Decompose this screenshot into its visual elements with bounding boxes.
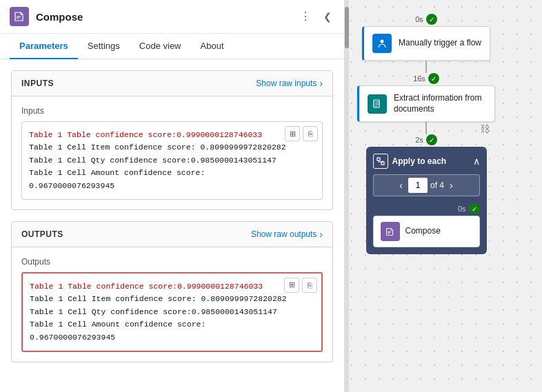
inputs-code-icons: ⊞ ⎘ bbox=[285, 126, 318, 141]
compose-time-label: 0s bbox=[458, 205, 466, 213]
inputs-copy-icon[interactable]: ⎘ bbox=[303, 126, 318, 141]
tab-about[interactable]: About bbox=[191, 34, 234, 59]
document-icon bbox=[372, 99, 382, 109]
flow-container: 0s ✓ Manually trigger a flow 16s ✓ bbox=[357, 14, 495, 254]
inputs-code: Table 1 Table confidence score:0.9990000… bbox=[29, 129, 315, 192]
apply-each-icon bbox=[377, 157, 385, 165]
extract-timing: 16s ✓ bbox=[413, 73, 439, 84]
extract-time-label: 16s bbox=[413, 74, 425, 83]
outputs-grid-icon[interactable]: ⊞ bbox=[284, 278, 299, 293]
tab-parameters[interactable]: Parameters bbox=[10, 34, 78, 59]
compose-svg bbox=[14, 11, 25, 22]
connector-2 bbox=[425, 122, 427, 134]
svg-point-0 bbox=[380, 40, 383, 43]
apply-to-each-container: Apply to each ∧ ‹ of 4 › 0s ✓ bbox=[366, 147, 487, 254]
outputs-code-box: Table 1 Table confidence score:0.9990000… bbox=[21, 272, 323, 352]
apply-icon bbox=[373, 154, 388, 169]
inputs-line3: Table 1 Cell Qty confidence score:0.9850… bbox=[29, 156, 277, 165]
compose-flow-icon bbox=[385, 227, 394, 236]
apply-collapse-button[interactable]: ∧ bbox=[473, 156, 480, 167]
inputs-code-box: Table 1 Table confidence score:0.9990000… bbox=[21, 121, 323, 200]
person-icon bbox=[377, 39, 387, 48]
outputs-copy-icon[interactable]: ⎘ bbox=[302, 278, 317, 293]
extract-node-card[interactable]: Extract information from documents bbox=[357, 85, 495, 122]
panel-title: Compose bbox=[36, 11, 290, 23]
extract-node-wrapper: Extract information from documents ⛓ bbox=[357, 85, 495, 122]
panel-collapse-button[interactable]: ❮ bbox=[321, 8, 334, 25]
trigger-time-label: 0s bbox=[415, 15, 423, 23]
show-raw-inputs-arrow: › bbox=[319, 78, 323, 89]
compose-node-icon bbox=[381, 222, 400, 241]
inputs-line5: 0.9670000076293945 bbox=[29, 181, 114, 190]
trigger-node-label: Manually trigger a flow bbox=[399, 38, 481, 49]
compose-timing: 0s ✓ bbox=[373, 203, 480, 214]
trigger-timing: 0s ✓ bbox=[415, 14, 437, 25]
apply-header: Apply to each ∧ bbox=[373, 154, 480, 169]
right-panel: 0s ✓ Manually trigger a flow 16s ✓ bbox=[345, 0, 542, 392]
outputs-section-body: Outputs Table 1 Table confidence score:0… bbox=[12, 247, 332, 362]
trigger-status-icon: ✓ bbox=[426, 14, 437, 25]
show-raw-outputs-button[interactable]: Show raw outputs › bbox=[251, 229, 323, 240]
panel-header: Compose ⋮ ❮ bbox=[0, 0, 344, 34]
tab-settings[interactable]: Settings bbox=[78, 34, 130, 59]
svg-rect-2 bbox=[377, 158, 380, 161]
inputs-section-header: INPUTS Show raw inputs › bbox=[12, 71, 332, 96]
inputs-section-body: Inputs Table 1 Table confidence score:0.… bbox=[12, 96, 332, 209]
outputs-line1: Table 1 Table confidence score:0.9990000… bbox=[30, 282, 263, 291]
inputs-section: INPUTS Show raw inputs › Inputs Table 1 … bbox=[11, 70, 333, 210]
left-panel: Compose ⋮ ❮ Parameters Settings Code vie… bbox=[0, 0, 345, 392]
connector-1 bbox=[425, 61, 427, 73]
trigger-node-card[interactable]: Manually trigger a flow bbox=[362, 26, 490, 61]
scrollbar-thumb[interactable] bbox=[345, 7, 349, 48]
inputs-line4: Table 1 Cell Amount confidence score: bbox=[29, 168, 205, 177]
show-raw-outputs-arrow: › bbox=[319, 229, 323, 240]
show-raw-inputs-label: Show raw inputs bbox=[256, 79, 317, 88]
panel-content: INPUTS Show raw inputs › Inputs Table 1 … bbox=[0, 59, 344, 392]
compose-node-label: Compose bbox=[405, 226, 441, 237]
show-raw-outputs-label: Show raw outputs bbox=[251, 229, 317, 239]
apply-status-icon: ✓ bbox=[426, 134, 437, 145]
apply-title-row: Apply to each bbox=[373, 154, 447, 169]
show-raw-inputs-button[interactable]: Show raw inputs › bbox=[256, 78, 323, 89]
inputs-line1: Table 1 Table confidence score:0.9990000… bbox=[29, 130, 262, 139]
page-of-label: of 4 bbox=[430, 180, 444, 190]
outputs-line3: Table 1 Cell Qty confidence score:0.9850… bbox=[30, 307, 277, 316]
compose-icon bbox=[10, 7, 29, 26]
pagination-row: ‹ of 4 › bbox=[373, 174, 480, 196]
page-next-button[interactable]: › bbox=[447, 180, 456, 191]
outputs-section: OUTPUTS Show raw outputs › Outputs Table… bbox=[11, 221, 333, 362]
extract-node-label: Extract information from documents bbox=[394, 93, 486, 114]
trigger-node-icon bbox=[372, 34, 392, 53]
compose-node-card[interactable]: Compose bbox=[373, 216, 480, 247]
outputs-line5: 0.9670000076293945 bbox=[30, 333, 115, 342]
outputs-code: Table 1 Table confidence score:0.9990000… bbox=[30, 280, 314, 344]
tabs-bar: Parameters Settings Code view About bbox=[0, 34, 344, 59]
compose-status-icon: ✓ bbox=[469, 203, 480, 214]
tab-codeview[interactable]: Code view bbox=[130, 34, 191, 59]
outputs-section-header: OUTPUTS Show raw outputs › bbox=[12, 222, 332, 247]
extract-node-icon bbox=[368, 94, 387, 114]
apply-timing: 2s ✓ bbox=[415, 134, 437, 145]
page-prev-button[interactable]: ‹ bbox=[397, 180, 405, 191]
inputs-grid-icon[interactable]: ⊞ bbox=[285, 126, 300, 141]
page-input[interactable] bbox=[408, 178, 428, 193]
outputs-label: Outputs bbox=[21, 257, 323, 267]
svg-rect-3 bbox=[381, 162, 384, 165]
outputs-code-icons: ⊞ ⎘ bbox=[284, 278, 317, 293]
outputs-title: OUTPUTS bbox=[21, 229, 63, 239]
apply-time-label: 2s bbox=[415, 136, 423, 144]
inputs-title: INPUTS bbox=[21, 79, 54, 88]
extract-status-icon: ✓ bbox=[428, 73, 439, 84]
link-icon: ⛓ bbox=[480, 123, 490, 134]
panel-menu-button[interactable]: ⋮ bbox=[297, 8, 314, 25]
inputs-label: Inputs bbox=[21, 106, 323, 116]
inputs-line2: Table 1 Cell Item confidence score: 0.80… bbox=[29, 143, 286, 152]
scrollbar-track bbox=[345, 0, 349, 392]
apply-label: Apply to each bbox=[392, 156, 447, 166]
outputs-line2: Table 1 Cell Item confidence score: 0.80… bbox=[30, 294, 287, 303]
outputs-line4: Table 1 Cell Amount confidence score: bbox=[30, 320, 205, 329]
